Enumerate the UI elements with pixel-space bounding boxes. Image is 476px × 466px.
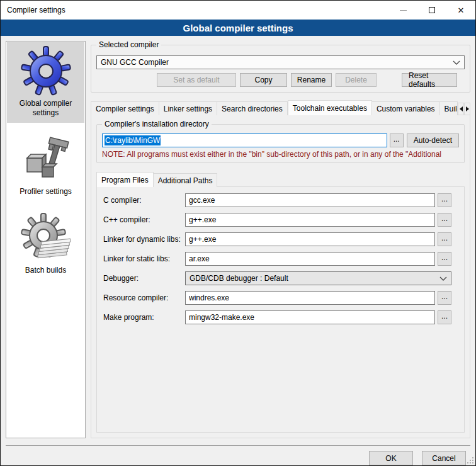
linker-dynamic-label: Linker for dynamic libs: <box>103 235 185 244</box>
tab-scroll-left-button[interactable] <box>458 103 464 115</box>
linker-static-browse-button[interactable]: ... <box>438 252 451 266</box>
selected-compiler-group-label: Selected compiler <box>96 40 161 49</box>
sidebar-item-label: Global compiler settings <box>9 99 82 118</box>
tab-compiler-settings[interactable]: Compiler settings <box>91 101 159 115</box>
sidebar-item-batch-builds[interactable]: Batch builds <box>7 209 84 280</box>
make-program-input[interactable] <box>185 310 435 324</box>
compiler-settings-dialog: Compiler settings ✕ Global compiler sett… <box>0 0 476 466</box>
tab-custom-variables[interactable]: Custom variables <box>372 101 440 115</box>
installation-directory-browse-button[interactable]: ... <box>390 134 404 147</box>
tab-scroll-right-button[interactable] <box>464 103 470 115</box>
linker-static-label: Linker for static libs: <box>103 254 185 263</box>
settings-category-sidebar: Global compiler settings <box>6 41 86 438</box>
set-as-default-button[interactable]: Set as default <box>157 73 236 87</box>
bin-subdirectory-note: NOTE: All programs must exist either in … <box>102 150 459 159</box>
maximize-icon <box>429 7 435 13</box>
c-compiler-browse-button[interactable]: ... <box>438 193 451 207</box>
make-program-row: Make program: ... <box>103 310 451 324</box>
resize-grip[interactable] <box>467 457 473 463</box>
tab-toolchain-executables[interactable]: Toolchain executables <box>288 100 372 115</box>
installation-directory-value: C:\raylib\MinGW <box>105 135 161 145</box>
triangle-left-icon <box>460 106 463 111</box>
make-program-browse-button[interactable]: ... <box>438 310 451 324</box>
auto-detect-button[interactable]: Auto-detect <box>407 134 459 147</box>
tab-build-options[interactable]: Build options <box>440 101 458 115</box>
tab-linker-settings[interactable]: Linker settings <box>159 101 217 115</box>
installation-directory-group-label: Compiler's installation directory <box>102 120 212 128</box>
resource-compiler-input[interactable] <box>185 291 435 305</box>
cpp-compiler-row: C++ compiler: ... <box>103 213 451 227</box>
resource-compiler-browse-button[interactable]: ... <box>438 291 451 305</box>
program-files-page: C compiler: ... C++ compiler: ... Linker… <box>96 186 465 433</box>
linker-dynamic-row: Linker for dynamic libs: ... <box>103 232 451 246</box>
cpp-compiler-input[interactable] <box>185 213 435 227</box>
c-compiler-input[interactable] <box>185 193 435 207</box>
resource-compiler-label: Resource compiler: <box>103 293 185 302</box>
minimize-icon <box>400 10 407 11</box>
linker-static-row: Linker for static libs: ... <box>103 252 451 266</box>
maximize-button[interactable] <box>417 1 446 20</box>
copy-button[interactable]: Copy <box>240 73 287 87</box>
reset-defaults-button[interactable]: Reset defaults <box>402 73 457 87</box>
debugger-label: Debugger: <box>103 274 185 283</box>
dialog-footer: OK Cancel <box>6 446 470 465</box>
sidebar-item-label: Batch builds <box>25 266 66 275</box>
linker-dynamic-input[interactable] <box>185 232 435 246</box>
chevron-down-icon <box>453 60 460 65</box>
minimize-button[interactable] <box>388 1 417 20</box>
program-files-tab-bar: Program Files Additional Paths <box>96 172 465 187</box>
gray-gear-stack-icon <box>21 213 71 263</box>
debugger-dropdown[interactable]: GDB/CDB debugger : Default <box>185 271 451 285</box>
sidebar-item-global-compiler-settings[interactable]: Global compiler settings <box>7 42 84 123</box>
linker-static-input[interactable] <box>185 252 435 266</box>
cancel-button[interactable]: Cancel <box>422 451 466 465</box>
close-icon: ✕ <box>458 6 465 14</box>
window-title: Compiler settings <box>1 6 388 14</box>
toolchain-executables-page: Compiler's installation directory C:\ray… <box>91 115 470 438</box>
sidebar-item-label: Profiler settings <box>20 187 72 196</box>
settings-tab-bar: Compiler settings Linker settings Search… <box>91 100 470 115</box>
c-compiler-label: C compiler: <box>103 196 185 205</box>
sidebar-item-profiler-settings[interactable]: Profiler settings <box>7 130 84 202</box>
selected-compiler-dropdown[interactable]: GNU GCC Compiler <box>96 55 465 69</box>
ok-button[interactable]: OK <box>369 451 413 465</box>
linker-dynamic-browse-button[interactable]: ... <box>438 232 451 246</box>
blue-gear-icon <box>21 46 71 96</box>
debugger-row: Debugger: GDB/CDB debugger : Default <box>103 271 451 285</box>
tab-search-directories[interactable]: Search directories <box>217 101 288 115</box>
tab-additional-paths[interactable]: Additional Paths <box>154 173 218 187</box>
debugger-value: GDB/CDB debugger : Default <box>190 274 439 283</box>
caliper-blocks-icon <box>21 134 71 185</box>
installation-directory-group: Compiler's installation directory C:\ray… <box>96 124 465 163</box>
close-button[interactable]: ✕ <box>446 1 475 20</box>
triangle-right-icon <box>466 106 469 111</box>
selected-compiler-value: GNU GCC Compiler <box>101 58 453 67</box>
chevron-down-icon <box>439 276 447 281</box>
c-compiler-row: C compiler: ... <box>103 193 451 207</box>
tab-program-files[interactable]: Program Files <box>96 172 154 187</box>
rename-button[interactable]: Rename <box>291 73 332 87</box>
cpp-compiler-browse-button[interactable]: ... <box>438 213 451 227</box>
selected-compiler-group: Selected compiler GNU GCC Compiler Set a… <box>91 45 470 93</box>
resource-compiler-row: Resource compiler: ... <box>103 291 451 305</box>
installation-directory-input[interactable]: C:\raylib\MinGW <box>102 134 387 147</box>
cpp-compiler-label: C++ compiler: <box>103 215 185 224</box>
make-program-label: Make program: <box>103 313 185 322</box>
titlebar: Compiler settings ✕ <box>1 1 475 20</box>
page-title: Global compiler settings <box>1 20 475 36</box>
delete-button[interactable]: Delete <box>336 73 377 87</box>
